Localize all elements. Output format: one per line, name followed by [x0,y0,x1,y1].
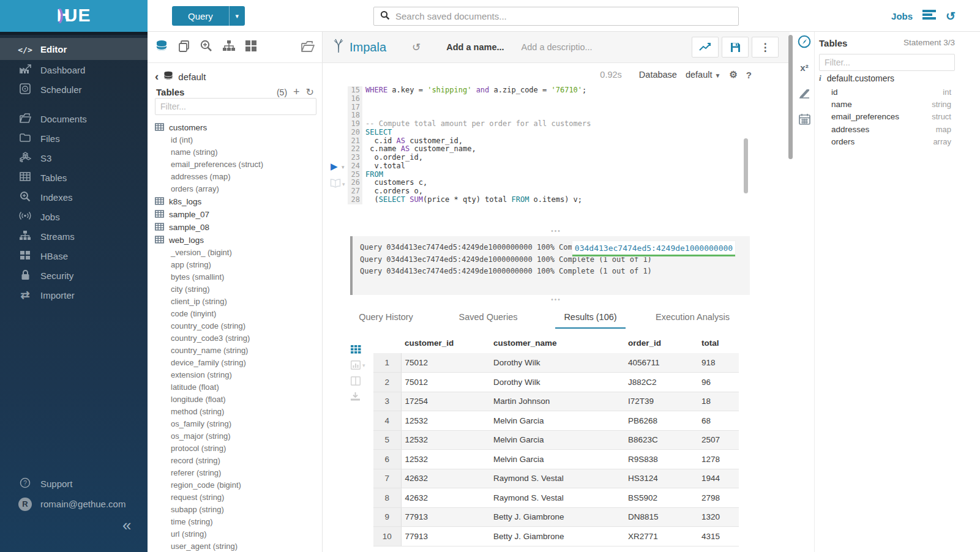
active-table-row[interactable]: i default.customers [819,73,894,83]
editor-help-icon[interactable]: ? [746,70,752,80]
back-chevron-icon[interactable]: ‹ [155,70,159,83]
sidebar-item-security[interactable]: Security [0,266,148,285]
sidebar-item-s3[interactable]: S3 [0,148,148,168]
databases-icon[interactable] [155,39,168,55]
sidebar-item-streams[interactable]: Streams [0,226,148,246]
dashboard-compass-icon[interactable] [798,35,811,48]
sidebar-item-support[interactable]: ? Support [0,474,148,494]
editor-scrollbar[interactable] [744,138,748,193]
right-filter-input[interactable] [819,54,955,71]
sidebar-item-tables[interactable]: Tables [0,168,148,187]
tree-column[interactable]: device_family (string) [155,357,319,369]
column-row-email_preferences[interactable]: email_preferencesstruct [831,111,951,123]
tree-column[interactable]: longitude (float) [155,393,319,406]
tree-column[interactable]: email_preferences (struct) [155,159,319,171]
tree-column[interactable]: time (string) [155,516,319,528]
tab-saved-queries[interactable]: Saved Queries [437,306,539,334]
tree-column[interactable]: id (int) [155,134,319,146]
sql-code-editor[interactable]: 15WHERE a.key = 'shipping' and a.zip_cod… [323,86,790,237]
jobs-list-icon[interactable] [922,9,936,23]
tree-table-sample_07[interactable]: sample_07 [155,208,319,221]
tree-column[interactable]: user_agent (string) [155,540,319,552]
documents-assist-icon[interactable] [178,40,190,55]
tree-column[interactable]: latitude (float) [155,381,319,393]
query-button[interactable]: Query ▾ [172,6,245,26]
jobs-link[interactable]: Jobs [891,11,913,21]
sidebar-item-hbase[interactable]: HBase [0,246,148,266]
tree-column[interactable]: os_family (string) [155,418,319,430]
info-icon[interactable]: i [819,73,821,83]
tree-column[interactable]: country_code (string) [155,320,319,332]
tree-column[interactable]: orders (array) [155,183,319,195]
tree-column[interactable]: protocol (string) [155,442,319,455]
collapse-sidebar-icon[interactable]: « [122,516,131,535]
column-header[interactable]: customer_id [401,334,490,353]
chart-view-icon[interactable]: ▾ [351,360,365,370]
presentation-book-icon[interactable] [330,179,341,190]
tree-column[interactable]: request (string) [155,491,319,504]
column-row-id[interactable]: idint [831,86,951,98]
tree-column[interactable]: city (string) [155,283,319,296]
grid-view-icon[interactable] [351,345,361,354]
tree-column[interactable]: client_ip (string) [155,296,319,308]
tree-column[interactable]: extension (string) [155,369,319,381]
functions-icon[interactable]: x² [800,61,808,74]
sidebar-item-scheduler[interactable]: Scheduler [0,80,148,99]
apps-grid-icon[interactable] [245,40,257,54]
add-table-icon[interactable]: + [293,86,300,99]
database-dropdown[interactable]: default▼ [686,70,720,80]
calendar-icon[interactable] [799,112,810,125]
columns-view-icon[interactable] [351,376,361,386]
tree-table-sample_08[interactable]: sample_08 [155,221,319,234]
tree-column[interactable]: addresses (map) [155,171,319,183]
tree-column[interactable]: code (tinyint) [155,308,319,320]
column-header[interactable]: total [698,334,739,353]
tree-column[interactable]: record (string) [155,455,319,467]
tree-table-web_logs[interactable]: web_logs [155,234,319,247]
column-header[interactable]: order_id [624,334,698,353]
tree-table-k8s_logs[interactable]: k8s_logs [155,195,319,208]
sidebar-item-user[interactable]: R romain@gethue.com [0,494,148,514]
history-icon[interactable]: ↺ [946,9,956,23]
sitemap-icon[interactable] [222,40,236,54]
tree-column[interactable]: region_code (bigint) [155,479,319,491]
language-reference-icon[interactable] [798,86,810,100]
sidebar-item-indexes[interactable]: Indexes [0,187,148,207]
sidebar-item-files[interactable]: Files [0,129,148,148]
query-dropdown-caret[interactable]: ▾ [229,6,245,26]
tab-query-history[interactable]: Query History [335,306,437,334]
tree-column[interactable]: subapp (string) [155,504,319,516]
tree-column[interactable]: app (string) [155,259,319,271]
sidebar-item-editor[interactable]: </>Editor [0,38,148,60]
sidebar-item-jobs[interactable]: Jobs [0,207,148,226]
query-name-field[interactable]: Add a name... [446,42,504,52]
tab-execution-analysis[interactable]: Execution Analysis [641,306,744,334]
sidebar-item-importer[interactable]: ⇄Importer [0,285,148,305]
column-row-addresses[interactable]: addressesmap [831,123,951,135]
tree-column[interactable]: url (string) [155,528,319,540]
search-plus-icon[interactable] [200,39,213,55]
column-header[interactable]: customer_name [490,334,624,353]
sidebar-item-documents[interactable]: Documents [0,109,148,129]
results-resize-handle[interactable]: ••• [323,297,790,304]
download-icon[interactable] [351,392,360,401]
main-scrollbar[interactable] [788,35,793,159]
chart-button[interactable] [692,37,719,58]
tree-column[interactable]: method (string) [155,406,319,418]
run-options-caret[interactable]: ▾ [342,164,345,170]
settings-gear-icon[interactable]: ⚙ [729,69,737,80]
assist-filter-input[interactable] [155,98,316,115]
query-id-link[interactable]: 034d413ec7474ed5:4249de1000000000 [572,241,735,256]
tree-column[interactable]: country_name (string) [155,345,319,357]
column-row-orders[interactable]: ordersarray [831,135,951,147]
engine-selector[interactable]: Impala [334,39,386,56]
tree-column[interactable]: country_code3 (string) [155,332,319,345]
search-input[interactable] [395,11,732,21]
tree-column[interactable]: name (string) [155,146,319,159]
breadcrumb-db-name[interactable]: default [178,72,206,82]
refresh-icon[interactable]: ↻ [306,86,314,98]
sidebar-item-dashboard[interactable]: Dashboard [0,60,148,80]
tree-column[interactable]: os_major (string) [155,430,319,442]
save-button[interactable] [722,37,749,58]
tree-table-customers[interactable]: customers [155,121,319,134]
